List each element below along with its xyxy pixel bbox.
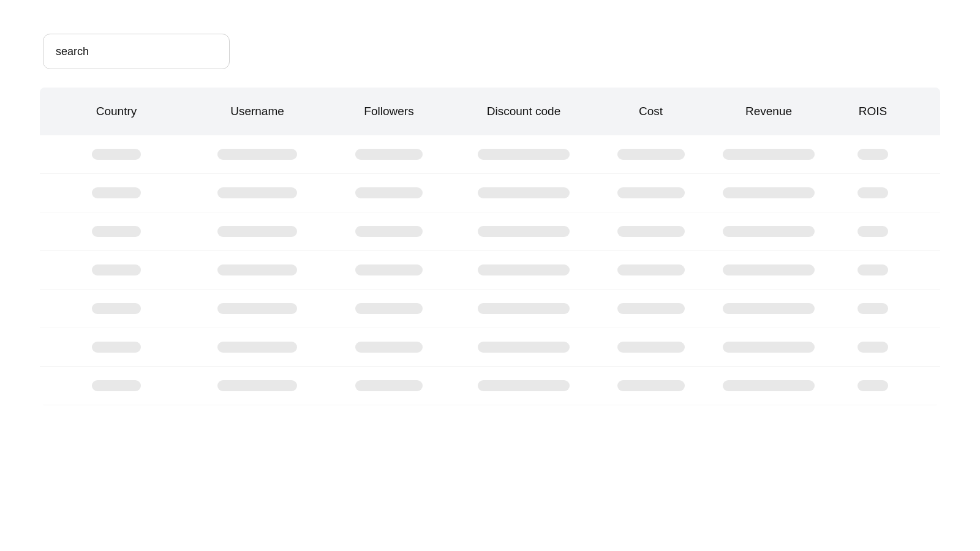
cell-revenue [704, 174, 833, 212]
search-input[interactable] [43, 34, 230, 69]
cell-followers [328, 367, 450, 405]
cell-country [46, 251, 187, 289]
col-followers: Followers [328, 88, 450, 135]
cell-followers [328, 328, 450, 366]
cell-rois [833, 328, 913, 366]
cell-username [187, 174, 328, 212]
cell-country [46, 367, 187, 405]
cell-followers [328, 251, 450, 289]
col-country: Country [46, 88, 187, 135]
col-revenue: Revenue [704, 88, 833, 135]
table-row [40, 174, 940, 212]
cell-rois [833, 135, 913, 173]
cell-revenue [704, 367, 833, 405]
cell-rois [833, 251, 913, 289]
table-header: Country Username Followers Discount code… [40, 88, 940, 135]
cell-followers [328, 174, 450, 212]
cell-username [187, 251, 328, 289]
cell-rois [833, 212, 913, 250]
cell-country [46, 135, 187, 173]
col-rois: ROIS [833, 88, 913, 135]
table-row [40, 212, 940, 251]
table-body [40, 135, 940, 405]
cell-revenue [704, 212, 833, 250]
cell-followers [328, 290, 450, 328]
cell-username [187, 290, 328, 328]
col-discount-code: Discount code [450, 88, 597, 135]
cell-cost [597, 290, 704, 328]
cell-discount [450, 251, 597, 289]
cell-discount [450, 290, 597, 328]
cell-rois [833, 367, 913, 405]
cell-discount [450, 328, 597, 366]
table-row [40, 135, 940, 174]
cell-country [46, 212, 187, 250]
cell-cost [597, 367, 704, 405]
cell-discount [450, 135, 597, 173]
data-table: Country Username Followers Discount code… [40, 88, 940, 405]
cell-cost [597, 135, 704, 173]
cell-followers [328, 135, 450, 173]
cell-cost [597, 174, 704, 212]
cell-cost [597, 212, 704, 250]
cell-discount [450, 174, 597, 212]
cell-country [46, 328, 187, 366]
cell-cost [597, 251, 704, 289]
cell-rois [833, 174, 913, 212]
cell-revenue [704, 251, 833, 289]
col-username: Username [187, 88, 328, 135]
cell-revenue [704, 135, 833, 173]
cell-country [46, 290, 187, 328]
table-row [40, 290, 940, 328]
cell-revenue [704, 328, 833, 366]
cell-username [187, 212, 328, 250]
cell-country [46, 174, 187, 212]
table-row [40, 328, 940, 367]
cell-username [187, 367, 328, 405]
cell-username [187, 135, 328, 173]
cell-followers [328, 212, 450, 250]
search-section [0, 0, 980, 88]
cell-cost [597, 328, 704, 366]
table-row [40, 367, 940, 405]
cell-username [187, 328, 328, 366]
cell-revenue [704, 290, 833, 328]
col-cost: Cost [597, 88, 704, 135]
cell-rois [833, 290, 913, 328]
cell-discount [450, 212, 597, 250]
table-row [40, 251, 940, 290]
cell-discount [450, 367, 597, 405]
